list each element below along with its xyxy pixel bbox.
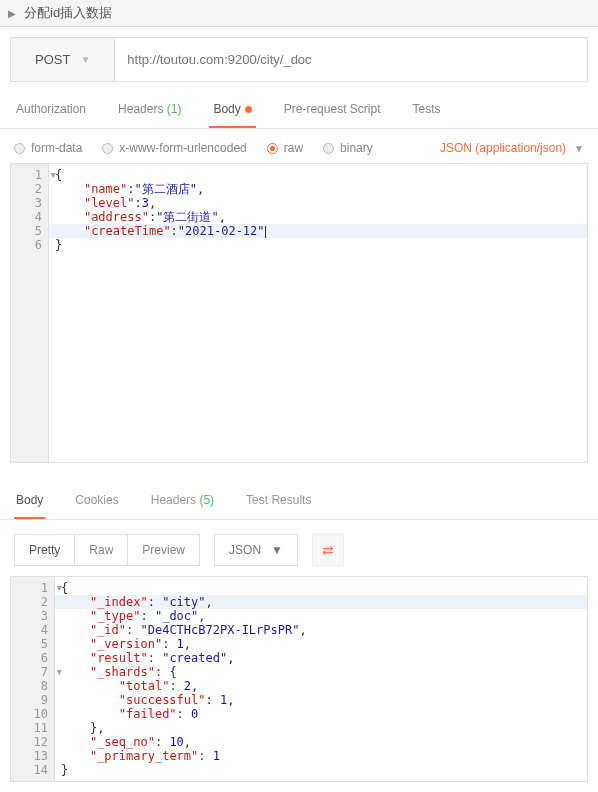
line-gutter: 1▼ 2 3 4 5 6 7▼ 8 9 10 11 12 13 14: [11, 577, 55, 781]
view-pretty-button[interactable]: Pretty: [15, 535, 75, 565]
fold-icon[interactable]: ▼: [51, 168, 56, 182]
body-format-options: form-data x-www-form-urlencoded raw bina…: [0, 129, 598, 163]
radio-xform[interactable]: x-www-form-urlencoded: [102, 141, 246, 155]
request-bar: POST ▼: [10, 37, 588, 82]
chevron-down-icon: ▼: [80, 54, 90, 65]
chevron-down-icon: ▼: [574, 143, 584, 154]
rtab-testresults[interactable]: Test Results: [244, 483, 313, 519]
response-format-select[interactable]: JSON ▼: [214, 534, 298, 566]
fold-icon[interactable]: ▼: [57, 581, 62, 595]
tab-prerequest[interactable]: Pre-request Script: [280, 92, 385, 128]
tab-headers[interactable]: Headers (1): [114, 92, 185, 128]
wrap-lines-button[interactable]: ⇄: [312, 534, 344, 566]
fold-icon[interactable]: ▼: [57, 665, 62, 679]
tab-authorization[interactable]: Authorization: [12, 92, 90, 128]
view-mode-buttons: Pretty Raw Preview: [14, 534, 200, 566]
code-body[interactable]: { "_index": "city", "_type": "_doc", "_i…: [55, 577, 587, 781]
request-tabs: Authorization Headers (1) Body Pre-reque…: [0, 92, 598, 129]
text-cursor: [265, 226, 266, 238]
http-method-label: POST: [35, 52, 70, 67]
response-toolbar: Pretty Raw Preview JSON ▼ ⇄: [0, 520, 598, 576]
request-header: ▶ 分配id插入数据: [0, 0, 598, 27]
tab-body[interactable]: Body: [209, 92, 255, 128]
radio-binary[interactable]: binary: [323, 141, 373, 155]
modified-dot-icon: [245, 106, 252, 113]
content-type-select[interactable]: JSON (application/json) ▼: [440, 141, 584, 155]
rtab-headers[interactable]: Headers (5): [149, 483, 216, 519]
url-input[interactable]: [115, 38, 587, 81]
rtab-cookies[interactable]: Cookies: [73, 483, 120, 519]
radio-formdata[interactable]: form-data: [14, 141, 82, 155]
radio-raw[interactable]: raw: [267, 141, 303, 155]
radio-checked-icon: [267, 143, 278, 154]
response-body-editor[interactable]: 1▼ 2 3 4 5 6 7▼ 8 9 10 11 12 13 14 { "_i…: [10, 576, 588, 782]
radio-icon: [323, 143, 334, 154]
radio-icon: [14, 143, 25, 154]
wrap-icon: ⇄: [322, 542, 334, 558]
response-tabs: Body Cookies Headers (5) Test Results: [0, 483, 598, 520]
request-title: 分配id插入数据: [24, 4, 112, 22]
view-preview-button[interactable]: Preview: [128, 535, 199, 565]
line-gutter: 1▼ 2 3 4 5 6: [11, 164, 49, 462]
chevron-down-icon: ▼: [271, 543, 283, 557]
request-body-editor[interactable]: 1▼ 2 3 4 5 6 { "name":"第二酒店", "level":3,…: [10, 163, 588, 463]
tab-tests[interactable]: Tests: [408, 92, 444, 128]
rtab-body[interactable]: Body: [14, 483, 45, 519]
radio-icon: [102, 143, 113, 154]
code-body[interactable]: { "name":"第二酒店", "level":3, "address":"第…: [49, 164, 587, 462]
collapse-caret-icon[interactable]: ▶: [8, 8, 16, 19]
http-method-select[interactable]: POST ▼: [11, 38, 115, 81]
view-raw-button[interactable]: Raw: [75, 535, 128, 565]
